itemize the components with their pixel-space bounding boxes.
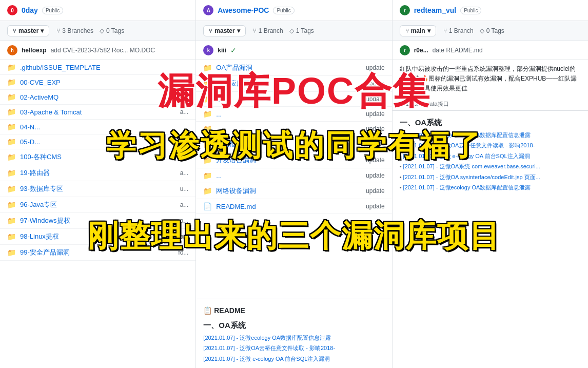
col3-link[interactable]: [2021.01.07] - 泛微ecology OA数据库配置信息泄露	[403, 184, 531, 190]
branch-selector-3[interactable]: ⑂ main ▾	[400, 25, 436, 36]
col3-link[interactable]: [2021.01.07] - 泛微OA sysinterface/codeEdi…	[403, 174, 540, 180]
col3-list-item[interactable]: • [2021.01.07] - 泛微ecology OA数据库配置信息泄露	[400, 182, 581, 193]
file-row[interactable]: 📁 100-各种CMS	[0, 149, 195, 165]
file-meta: a...	[180, 217, 189, 224]
file-name[interactable]: .github/ISSUE_TEMPLATE	[20, 64, 184, 71]
branch-icon-2: ⑂	[209, 28, 212, 34]
branch-selector-1[interactable]: ⑂ master ▾	[7, 25, 49, 36]
file-name[interactable]: 93-数据库专区	[20, 184, 176, 193]
col3-list-item[interactable]: • [2021.01.07] - 泛微 e-cology OA 前台SQL注入漏…	[400, 151, 581, 162]
file-name[interactable]: ...	[216, 110, 362, 118]
file-row[interactable]: 📁 开发框架漏洞 update	[196, 137, 391, 152]
file-row[interactable]: 📁 05-D...	[0, 134, 195, 149]
file-row[interactable]: 📁 97-Windows提权 a...	[0, 213, 195, 229]
file-row[interactable]: 📁 Web应用漏洞 update	[196, 76, 391, 92]
file-meta: update	[366, 141, 385, 148]
branch-selector-2[interactable]: ⑂ master ▾	[203, 25, 245, 36]
file-name[interactable]: 开发语言漏洞	[216, 156, 362, 165]
folder-icon: 📁	[7, 108, 16, 116]
folder-icon: 📁	[7, 138, 16, 146]
file-name[interactable]: 05-D...	[20, 138, 184, 146]
file-name[interactable]: ...	[216, 95, 362, 103]
repo-name-3[interactable]: redteam_vul	[414, 6, 456, 14]
oa-link[interactable]: [2021.01.07] - 泛微 e-cology OA 前台SQL注入漏洞	[203, 356, 330, 362]
repo-col-3: r redteam_vul Public ⑂ main ▾ ⑂ 1 Branch…	[393, 0, 588, 368]
file-meta: a...	[180, 233, 189, 240]
file-name[interactable]: ...	[216, 172, 362, 180]
repo-name-1[interactable]: 0day	[22, 6, 38, 14]
file-row[interactable]: 📁 04-N...	[0, 120, 195, 134]
file-name[interactable]: 98-Linux提权	[20, 232, 176, 241]
file-row[interactable]: 📁 网络设备漏洞 update	[196, 183, 391, 199]
branch-icon-1: ⑂	[13, 28, 16, 34]
col3-link[interactable]: [2021.01.07] - 泛微 e-cology OA 前台SQL注入漏洞	[403, 153, 530, 159]
branches-count-3[interactable]: ⑂ 1 Branch	[443, 27, 474, 34]
file-name[interactable]: 00-CVE_EXP	[20, 79, 176, 86]
oa-link[interactable]: [2021.01.07] - 泛微ecology OA数据库配置信息泄露	[203, 335, 331, 341]
folder-icon: 📁	[203, 125, 212, 133]
file-row[interactable]: 📁 99-安全产品漏洞 fo...	[0, 245, 195, 261]
oa-list-item[interactable]: [2021.01.07] - 泛微 e-cology OA 前台SQL注入漏洞	[203, 354, 384, 364]
commit-author-1[interactable]: helloexp	[22, 47, 47, 54]
file-name[interactable]: 96-Java专区	[20, 200, 176, 209]
branch-name-3: main	[411, 27, 425, 34]
file-name[interactable]: 04-N...	[20, 123, 184, 131]
branches-count-1[interactable]: ⑂ 3 Branches	[56, 27, 93, 34]
file-name[interactable]: 19-路由器	[20, 168, 176, 178]
col3-list-item[interactable]: • [2021.01.07] - 泛微ecology OA数据库配置信息泄露	[400, 130, 581, 141]
col3-link[interactable]: [2021.01.07] - 泛微OA云桥任意文件读取 - 影响2018-	[403, 142, 535, 148]
file-name[interactable]: OA产品漏洞	[216, 63, 362, 72]
file-meta: a...	[180, 93, 189, 101]
oa-link[interactable]: [2021.01.07] - 泛微OA云桥任意文件读取 - 影响2018-	[203, 345, 335, 351]
file-row[interactable]: 📁 ... update	[196, 92, 391, 107]
branch-bar-2: ⑂ master ▾ ⑂ 1 Branch ◇ 1 Tags	[196, 21, 391, 41]
file-name[interactable]: 03-Apache & Tomcat	[20, 108, 176, 116]
file-row[interactable]: 📁 96-Java专区 a...	[0, 197, 195, 213]
file-row[interactable]: 📁 19-路由器 a...	[0, 165, 195, 181]
oa-section-title: 一、OA系统	[203, 318, 384, 333]
tags-count-1[interactable]: ◇ 0 Tags	[100, 27, 124, 34]
file-row[interactable]: 📁 98-Linux提权 a...	[0, 229, 195, 245]
tags-count-3[interactable]: ◇ 0 Tags	[480, 27, 504, 34]
file-row[interactable]: 📁 93-数据库专区 u...	[0, 181, 195, 197]
branch-info-3: ⑂ 1 Branch ◇ 0 Tags	[443, 27, 504, 34]
file-row[interactable]: 📁 开发语言漏洞 update	[196, 152, 391, 168]
file-row[interactable]: 📁 03-Apache & Tomcat a...	[0, 105, 195, 120]
file-name[interactable]: 02-ActiveMQ	[20, 93, 176, 101]
file-name[interactable]: 97-Windows提权	[20, 216, 176, 225]
file-row[interactable]: 📁 02-ActiveMQ a...	[0, 90, 195, 105]
col3-link[interactable]: [2021.01.07] - 泛微OA系统 com.eweaver.base.s…	[403, 163, 540, 169]
oa-list-item[interactable]: [2021.01.07] - 泛微OA云桥任意文件读取 - 影响2018-	[203, 343, 384, 354]
chevron-icon-3: ▾	[427, 27, 430, 34]
file-name[interactable]: README.md	[216, 203, 362, 210]
file-row[interactable]: 📁 ... update	[196, 168, 391, 183]
file-name[interactable]: 网络设备漏洞	[216, 186, 362, 196]
repo-header-1: 0 0day Public	[0, 0, 195, 21]
col3-list-item[interactable]: • [2021.01.07] - 泛微OA系统 com.eweaver.base…	[400, 161, 581, 172]
col3-link[interactable]: [2021.01.07] - 泛微ecology OA数据库配置信息泄露	[403, 132, 531, 138]
file-row[interactable]: 📁 00-CVE_EXP a...	[0, 75, 195, 90]
file-row[interactable]: 📁 .github/ISSUE_TEMPLATE	[0, 60, 195, 75]
file-name[interactable]: ...	[216, 125, 362, 133]
file-row[interactable]: 📁 ... update	[196, 122, 391, 137]
oa-list-item[interactable]: [2021.01.07] - 泛微ecology OA数据库配置信息泄露	[203, 333, 384, 343]
readme-section: 📋 README 一、OA系统 [2021.01.07] - 泛微ecology…	[196, 299, 391, 369]
file-name[interactable]: 99-安全产品漏洞	[20, 248, 174, 257]
tags-count-2[interactable]: ◇ 1 Tags	[289, 27, 314, 34]
file-name[interactable]: Web应用漏洞	[216, 79, 362, 88]
commit-author-3[interactable]: r0e...	[414, 47, 428, 54]
file-row[interactable]: 📄 README.md update	[196, 199, 391, 214]
file-name[interactable]: 开发框架漏洞	[216, 140, 362, 149]
file-name[interactable]: 100-各种CMS	[20, 152, 184, 162]
file-meta: update	[366, 95, 385, 103]
repo-name-2[interactable]: Awesome-POC	[218, 6, 269, 14]
repo-avatar-2: A	[203, 5, 213, 15]
commit-author-2[interactable]: kiii	[218, 47, 226, 54]
file-row[interactable]: 📁 OA产品漏洞 update	[196, 60, 391, 76]
branches-count-2[interactable]: ⑂ 1 Branch	[253, 27, 283, 34]
readme-title: 📋 README	[203, 303, 384, 318]
file-row[interactable]: 📁 ... update	[196, 107, 391, 122]
col3-list-item[interactable]: • [2021.01.07] - 泛微OA sysinterface/codeE…	[400, 172, 581, 183]
col3-list-item[interactable]: • [2021.01.07] - 泛微OA云桥任意文件读取 - 影响2018-	[400, 140, 581, 151]
commit-avatar-2: k	[203, 45, 213, 55]
